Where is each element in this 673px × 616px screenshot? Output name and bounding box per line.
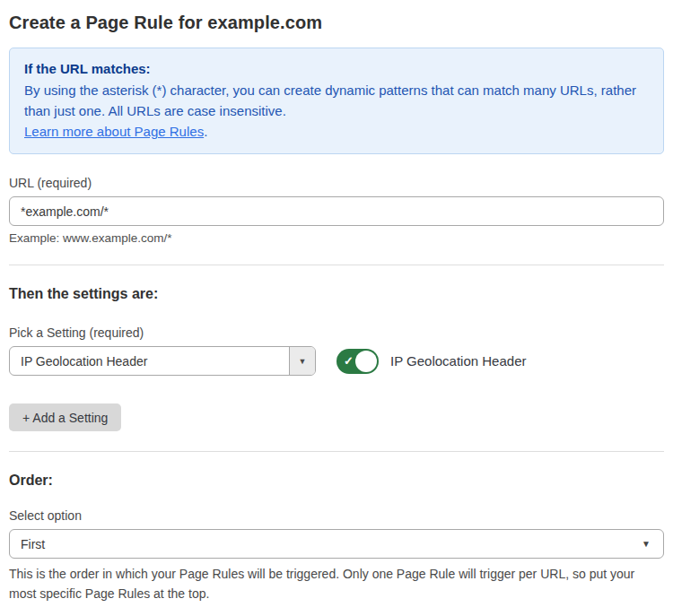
toggle-label: IP Geolocation Header (390, 353, 527, 369)
divider (9, 451, 664, 452)
order-helper-text: This is the order in which your Page Rul… (9, 564, 664, 603)
ip-geolocation-toggle[interactable]: ✓ (336, 349, 379, 374)
setting-row: IP Geolocation Header ▼ ✓ IP Geolocation… (9, 346, 664, 376)
url-input[interactable] (9, 196, 664, 226)
link-suffix: . (204, 124, 207, 139)
chevron-down-icon: ▼ (642, 539, 651, 549)
order-select-value: First (21, 537, 642, 551)
learn-more-link[interactable]: Learn more about Page Rules (24, 124, 204, 139)
setting-picker-arrow-button[interactable]: ▼ (289, 347, 315, 375)
info-box-heading: If the URL matches: (24, 58, 649, 79)
setting-picker-dropdown[interactable]: IP Geolocation Header ▼ (9, 346, 316, 376)
url-match-info-box: If the URL matches: By using the asteris… (9, 48, 664, 154)
order-select[interactable]: First ▼ (9, 529, 664, 559)
settings-section-heading: Then the settings are: (9, 286, 664, 302)
order-select-label: Select option (9, 508, 664, 523)
check-icon: ✓ (344, 354, 354, 369)
create-page-rule-form: Create a Page Rule for example.com If th… (0, 0, 673, 616)
pick-setting-label: Pick a Setting (required) (9, 325, 664, 340)
info-box-body: By using the asterisk (*) character, you… (24, 80, 649, 121)
url-field-label: URL (required) (9, 176, 664, 190)
url-example-helper: Example: www.example.com/* (9, 231, 664, 245)
chevron-down-icon: ▼ (299, 357, 307, 366)
setting-picker-value: IP Geolocation Header (10, 347, 289, 375)
divider (9, 265, 664, 265)
page-title: Create a Page Rule for example.com (9, 13, 664, 33)
order-section-heading: Order: (9, 473, 664, 489)
toggle-knob (355, 351, 377, 372)
add-setting-button[interactable]: + Add a Setting (9, 403, 121, 431)
info-box-link-line: Learn more about Page Rules. (24, 121, 649, 142)
ip-geolocation-toggle-group: ✓ IP Geolocation Header (336, 349, 527, 374)
